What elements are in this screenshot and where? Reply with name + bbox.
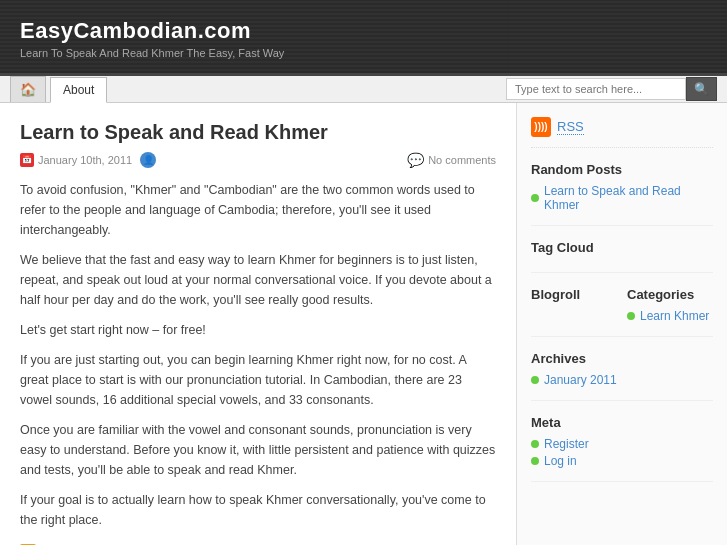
post-date: January 10th, 2011 (38, 154, 132, 166)
meta-login-link[interactable]: Log in (531, 454, 713, 468)
comment-meta: 💬 No comments (407, 152, 496, 168)
post-paragraph-1: To avoid confusion, "Khmer" and "Cambodi… (20, 180, 496, 240)
category-link-1[interactable]: Learn Khmer (627, 309, 713, 323)
sidebar: )))) RSS Random Posts Learn to Speak and… (517, 103, 727, 545)
meta-heading: Meta (531, 415, 713, 430)
search-area: 🔍 (506, 77, 717, 101)
home-button[interactable]: 🏠 (10, 76, 46, 102)
archives-section: Archives January 2011 (531, 351, 713, 401)
random-posts-section: Random Posts Learn to Speak and Read Khm… (531, 162, 713, 226)
dot-icon (627, 312, 635, 320)
categories-col: Categories Learn Khmer (627, 287, 713, 326)
dot-icon (531, 194, 539, 202)
post-title: Learn to Speak and Read Khmer (20, 121, 496, 144)
random-post-link-1[interactable]: Learn to Speak and Read Khmer (531, 184, 713, 212)
about-tab[interactable]: About (50, 77, 107, 103)
dot-icon (531, 440, 539, 448)
rss-link[interactable]: RSS (557, 119, 584, 135)
meta-section: Meta Register Log in (531, 415, 713, 482)
random-posts-heading: Random Posts (531, 162, 713, 177)
blogroll-categories-section: Blogroll Categories Learn Khmer (531, 287, 713, 337)
post-meta: 📅 January 10th, 2011 👤 💬 No comments (20, 152, 496, 168)
dot-icon (531, 376, 539, 384)
site-header: EasyCambodian.com Learn To Speak And Rea… (0, 0, 727, 76)
archives-heading: Archives (531, 351, 713, 366)
post-paragraph-5: Once you are familiar with the vowel and… (20, 420, 496, 480)
blogroll-heading: Blogroll (531, 287, 617, 302)
content-wrapper: Learn to Speak and Read Khmer 📅 January … (0, 103, 727, 545)
post-paragraph-3: Let's get start right now – for free! (20, 320, 496, 340)
dot-icon (531, 457, 539, 465)
post-paragraph-2: We believe that the fast and easy way to… (20, 250, 496, 310)
tag-cloud-heading: Tag Cloud (531, 240, 713, 255)
blogroll-col: Blogroll (531, 287, 617, 326)
main-content: Learn to Speak and Read Khmer 📅 January … (0, 103, 517, 545)
site-title: EasyCambodian.com (20, 18, 707, 44)
rss-section: )))) RSS (531, 117, 713, 148)
post-date-area: 📅 January 10th, 2011 (20, 153, 132, 167)
post-paragraph-6: If your goal is to actually learn how to… (20, 490, 496, 530)
rss-icon: )))) (531, 117, 551, 137)
tag-cloud-section: Tag Cloud (531, 240, 713, 273)
post-paragraph-4: If you are just starting out, you can be… (20, 350, 496, 410)
meta-register-link[interactable]: Register (531, 437, 713, 451)
site-subtitle: Learn To Speak And Read Khmer The Easy, … (20, 47, 707, 59)
comment-bubble-icon: 💬 (407, 152, 424, 168)
no-comments-link[interactable]: No comments (428, 154, 496, 166)
post-content: To avoid confusion, "Khmer" and "Cambodi… (20, 180, 496, 530)
search-input[interactable] (506, 78, 686, 100)
categories-heading: Categories (627, 287, 713, 302)
search-button[interactable]: 🔍 (686, 77, 717, 101)
calendar-icon: 📅 (20, 153, 34, 167)
navigation: 🏠 About 🔍 (0, 76, 727, 103)
archive-link-1[interactable]: January 2011 (531, 373, 713, 387)
author-icon: 👤 (140, 152, 156, 168)
